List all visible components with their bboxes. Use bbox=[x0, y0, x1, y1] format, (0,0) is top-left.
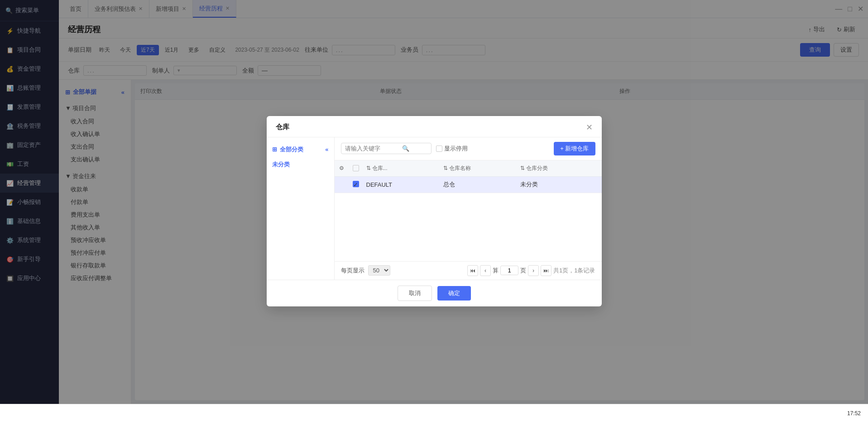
dialog-page-input[interactable] bbox=[500, 266, 518, 275]
dialog-search-input[interactable] bbox=[345, 145, 399, 152]
page-prev-button[interactable]: ‹ bbox=[480, 265, 491, 276]
taskbar: 17:52 bbox=[0, 404, 868, 422]
dialog-page-nav: ⏮ ‹ 算 页 › ⏭ 共1页，1条记录 bbox=[467, 265, 595, 276]
confirm-button[interactable]: 确定 bbox=[437, 286, 471, 301]
dialog-left-scroll: ⊞ 全部分类 « 未分类 bbox=[267, 142, 334, 275]
taskbar-time: 17:52 bbox=[847, 410, 861, 417]
warehouse-dialog: 仓库 ✕ ⊞ 全部分类 « 未分类 bbox=[267, 116, 602, 306]
col-header-code: ⇅ 仓库... bbox=[366, 165, 443, 172]
taskbar-right: 17:52 bbox=[847, 410, 861, 417]
select-all-checkbox[interactable] bbox=[353, 165, 359, 171]
row-check-box[interactable]: ✓ bbox=[353, 181, 359, 187]
settings-col-icon: ⚙ bbox=[339, 165, 344, 171]
dialog-search-box[interactable]: 🔍 bbox=[341, 143, 432, 154]
col-header-category: ⇅ 仓库分类 bbox=[520, 165, 597, 172]
dialog-overlay: 仓库 ✕ ⊞ 全部分类 « 未分类 bbox=[0, 0, 868, 422]
dialog-table: ⚙ ⇅ 仓库... ⇅ 仓库名称 bbox=[335, 160, 602, 261]
sort-icon: ⇅ bbox=[366, 165, 371, 171]
dialog-per-page-label: 每页显示 bbox=[341, 267, 364, 275]
page-first-button[interactable]: ⏮ bbox=[467, 265, 478, 276]
dialog-right-panel: 🔍 显示停用 + 新增仓库 ⚙ bbox=[335, 137, 602, 280]
dialog-close-button[interactable]: ✕ bbox=[586, 122, 593, 132]
dialog-body: ⊞ 全部分类 « 未分类 🔍 bbox=[267, 137, 602, 280]
dialog-page-label: 算 bbox=[493, 267, 499, 275]
row-code: DEFAULT bbox=[366, 181, 443, 188]
page-next-button[interactable]: › bbox=[528, 265, 539, 276]
dialog-page-suffix: 页 bbox=[520, 267, 526, 275]
dialog-left-all-label: 全部分类 bbox=[280, 146, 303, 154]
col-header-check bbox=[353, 165, 366, 171]
show-disabled-label: 显示停用 bbox=[444, 145, 468, 153]
show-disabled-group: 显示停用 bbox=[436, 145, 468, 153]
add-warehouse-button[interactable]: + 新增仓库 bbox=[554, 142, 595, 155]
dialog-left-panel: ⊞ 全部分类 « 未分类 bbox=[267, 137, 335, 280]
dialog-actions: 取消 确定 bbox=[267, 280, 602, 306]
row-name: 总仓 bbox=[443, 180, 520, 189]
sort-icon3: ⇅ bbox=[520, 165, 525, 171]
row-checkbox[interactable]: ✓ bbox=[353, 181, 366, 188]
row-category: 未分类 bbox=[520, 180, 597, 189]
dialog-grid-icon: ⊞ bbox=[272, 146, 277, 153]
dialog-left-uncategorized[interactable]: 未分类 bbox=[267, 157, 334, 172]
dialog-left-all[interactable]: ⊞ 全部分类 « bbox=[267, 142, 334, 157]
dialog-table-header: ⚙ ⇅ 仓库... ⇅ 仓库名称 bbox=[335, 160, 602, 177]
sort-icon2: ⇅ bbox=[443, 165, 448, 171]
dialog-header: 仓库 ✕ bbox=[267, 116, 602, 137]
dialog-total-info: 共1页，1条记录 bbox=[553, 267, 595, 275]
show-disabled-checkbox[interactable] bbox=[436, 146, 442, 152]
page-last-button[interactable]: ⏭ bbox=[541, 265, 551, 276]
table-row[interactable]: ✓ DEFAULT 总仓 未分类 bbox=[335, 177, 602, 193]
dialog-title: 仓库 bbox=[276, 123, 289, 131]
dialog-footer-bar: 每页显示 50 ⏮ ‹ 算 页 › ⏭ 共1页，1条记录 bbox=[335, 261, 602, 280]
dialog-collapse-icon[interactable]: « bbox=[325, 146, 328, 153]
col-header-name: ⇅ 仓库名称 bbox=[443, 165, 520, 172]
dialog-per-page-select[interactable]: 50 bbox=[368, 265, 390, 276]
dialog-search-icon: 🔍 bbox=[402, 145, 409, 152]
cancel-button[interactable]: 取消 bbox=[398, 286, 432, 301]
dialog-toolbar: 🔍 显示停用 + 新增仓库 bbox=[335, 137, 602, 160]
col-header-settings[interactable]: ⚙ bbox=[339, 165, 353, 171]
